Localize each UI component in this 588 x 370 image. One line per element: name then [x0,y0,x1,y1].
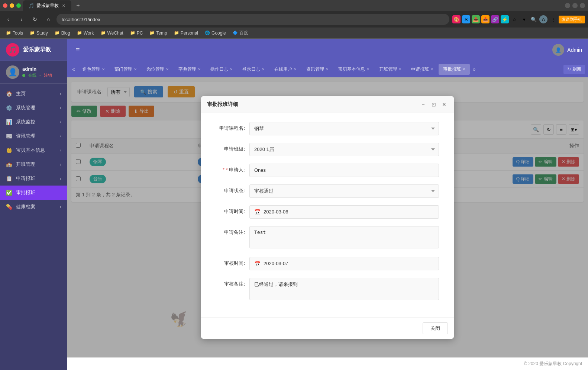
tab-label: 开班管理 [379,66,397,73]
calendar-icon[interactable]: 📅 [254,209,261,215]
tab-close-icon[interactable]: ✕ [462,67,465,71]
send-to-phone-btn[interactable]: 发送到手机 [559,16,585,23]
tab-close-icon[interactable]: ✕ [430,67,433,71]
modal-close-btn[interactable]: ✕ [440,101,448,108]
nav-next-btn[interactable]: » [471,65,478,74]
course-select[interactable]: 钢琴 [249,122,439,135]
calendar-icon[interactable]: 📅 [254,261,261,267]
close-modal-btn[interactable]: 关闭 [423,322,448,334]
sidebar-item-approve[interactable]: ✅ 审批报班 [0,186,67,200]
menu-dots[interactable]: ⋮ [549,15,557,23]
review-note-textarea[interactable]: 已经通过，请来报到 [249,278,439,300]
nav-tab-dict[interactable]: 字典管理 ✕ [174,64,205,75]
nav-tab-dept[interactable]: 部门管理 ✕ [110,64,141,75]
tab-close-icon[interactable]: ✕ [262,67,265,71]
menu-label: 申请报班 [16,175,35,182]
tab-close-icon[interactable]: ✕ [366,67,369,71]
sidebar-item-news[interactable]: 📰 资讯管理 ‹ [0,129,67,143]
applicant-input[interactable] [249,164,439,177]
tab-label: 登录日志 [242,66,260,73]
apply-note-control: Test [249,226,439,250]
back-button[interactable]: ‹ [3,14,13,25]
nav-tab-apply[interactable]: 申请报班 ✕ [407,64,438,75]
menu-label: 资讯管理 [16,133,35,139]
review-time-input[interactable] [264,261,434,266]
tab-label: 在线用户 [274,66,292,73]
forward-button[interactable]: › [16,14,27,25]
sidebar-item-monitor[interactable]: 📊 系统监控 ‹ [0,115,67,129]
browser-tab-active[interactable]: 🎵 爱乐蒙早教 ✕ [23,0,71,11]
tab-close-icon[interactable]: ✕ [166,67,169,71]
folder-icon: 📁 [101,30,106,35]
apply-note-textarea[interactable]: Test [249,226,439,248]
logout-link[interactable]: 注销 [44,73,52,78]
sidebar-item-apply[interactable]: 📋 申请报班 ‹ [0,171,67,186]
tab-label: 角色管理 [83,66,100,73]
class-select[interactable]: 2020 1届 [249,143,439,156]
chevron-icon: ‹ [60,205,61,209]
refresh-page-btn[interactable]: ↻ 刷新 [563,65,585,74]
search-icon[interactable]: 🔍 [530,15,538,23]
bookmark-blog[interactable]: 📁 Blog [52,29,73,37]
nav-tab-online[interactable]: 在线用户 ✕ [270,64,301,75]
address-bar[interactable] [56,14,449,25]
sidebar-item-health[interactable]: 💊 健康档案 ‹ [0,200,67,214]
new-tab-button[interactable]: + [74,1,83,10]
sidebar-item-class[interactable]: 🏫 开班管理 ‹ [0,157,67,171]
window-maximize[interactable] [572,3,578,8]
refresh-label: 刷新 [572,66,581,73]
bookmark-pc[interactable]: 📁 PC [127,29,146,37]
form-row-course: 申请课程名: 钢琴 [216,122,439,135]
tab-close-icon[interactable]: ✕ [230,67,233,71]
ext-dropdown[interactable]: ▾ [520,15,528,23]
sidebar-item-system[interactable]: ⚙️ 系统管理 ‹ [0,101,67,115]
window-minimize[interactable] [565,3,570,8]
nav-tab-role[interactable]: 角色管理 ✕ [78,64,109,75]
bookmark-tools[interactable]: 📁 Tools [3,29,26,37]
modal-minimize-btn[interactable]: － [420,101,427,108]
modal-maximize-btn[interactable]: ⊡ [430,101,437,108]
chevron-icon: ‹ [60,134,61,138]
bookmark-personal[interactable]: 📁 Personal [171,29,201,37]
content-area: 申请课程名: 所有 钢琴 音乐 🔍 搜索 ↺ 重置 [67,77,588,357]
nav-tab-oplog[interactable]: 操作日志 ✕ [206,64,237,75]
hamburger-icon[interactable]: ≡ [73,46,83,54]
bookmark-temp[interactable]: 📁 Temp [146,29,170,37]
bookmark-google[interactable]: 🌐 Google [202,29,229,37]
nav-tab-classmgr[interactable]: 开班管理 ✕ [375,64,406,75]
ext-icon-6: ⚡ [501,15,509,23]
nav-tab-post[interactable]: 岗位管理 ✕ [142,64,173,75]
apply-time-input[interactable] [264,209,434,215]
bookmark-label: Personal [181,30,198,36]
bookmark-baidu[interactable]: 🔷 百度 [230,28,251,38]
tab-close-icon[interactable]: ✕ [326,67,329,71]
tab-close-icon[interactable]: ✕ [294,67,297,71]
tab-close-icon[interactable]: ✕ [134,67,137,71]
nav-tab-approve[interactable]: 审批报班 ✕ [439,64,470,75]
modal-body: 申请课程名: 钢琴 申请班级: 2020 1届 [201,113,454,318]
tab-close-icon[interactable]: ✕ [398,67,401,71]
nav-tab-babyinfo[interactable]: 宝贝基本信息 ✕ [334,64,374,75]
tab-label: 审批报班 [443,66,461,73]
app-header: ≡ 👤 Admin [67,39,588,61]
bookmark-work[interactable]: 📁 Work [74,29,97,37]
refresh-button[interactable]: ↻ [30,14,40,25]
nav-tab-loginlog[interactable]: 登录日志 ✕ [238,64,269,75]
bookmark-star[interactable]: ☆ [510,15,518,23]
bookmark-wechat[interactable]: 📁 WeChat [98,29,126,37]
window-close[interactable] [580,3,585,8]
bookmark-study[interactable]: 📁 Study [27,29,51,37]
nav-tab-infomgr[interactable]: 资讯管理 ✕ [302,64,333,75]
status-select[interactable]: 审核通过 待审核 审核拒绝 [249,184,439,198]
sidebar-item-home[interactable]: 🏠 主页 › [0,87,67,101]
nav-prev-btn[interactable]: « [70,65,77,74]
account-icon[interactable]: A [539,15,547,23]
tab-close-btn[interactable]: ✕ [61,3,66,8]
tab-label: 岗位管理 [146,66,164,73]
tab-close-icon[interactable]: ✕ [198,67,201,71]
sidebar-item-baby[interactable]: 👶 宝贝基本信息 ‹ [0,143,67,157]
tab-close-icon[interactable]: ✕ [102,67,105,71]
bookmark-label: Temp [156,30,167,36]
home-button[interactable]: ⌂ [43,14,54,25]
menu-label: 开班管理 [16,161,35,168]
